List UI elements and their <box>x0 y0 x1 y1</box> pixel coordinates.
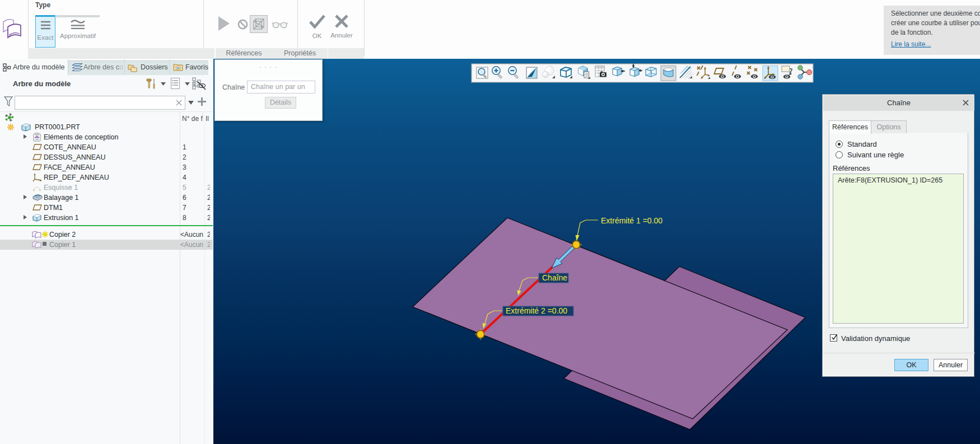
svg-text:Chaîne: Chaîne <box>542 273 567 282</box>
svg-text:✳: ✳ <box>176 66 180 71</box>
svg-text:Extrémité 1 =0.00: Extrémité 1 =0.00 <box>601 216 662 225</box>
svg-text:Extrémité 2 =0.00: Extrémité 2 =0.00 <box>506 306 567 315</box>
